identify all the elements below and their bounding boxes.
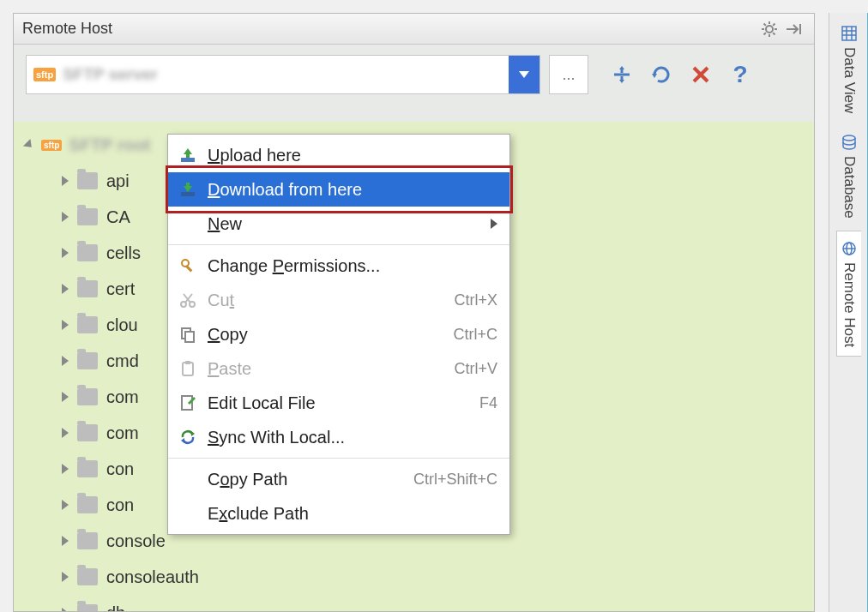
expand-arrow-icon[interactable]: [62, 536, 69, 546]
folder-label: com: [106, 423, 139, 443]
folder-icon: [77, 244, 98, 261]
folder-icon: [77, 460, 98, 477]
folder-icon: [77, 424, 98, 441]
folder-label: console: [106, 531, 166, 551]
menu-label: Edit Local File: [208, 393, 479, 413]
delete-icon[interactable]: [688, 62, 714, 87]
expand-arrow-icon[interactable]: [62, 356, 69, 366]
database-icon: [841, 134, 858, 151]
folder-icon: [77, 604, 98, 611]
menu-change-permissions[interactable]: Change Permissions...: [168, 249, 509, 283]
menu-shortcut: Ctrl+V: [454, 360, 497, 378]
server-selector[interactable]: sftp SFTP server: [26, 55, 540, 94]
tree-folder[interactable]: db: [14, 595, 814, 611]
expand-arrow-icon[interactable]: [62, 284, 69, 294]
toolbar: sftp SFTP server ... ?: [14, 45, 814, 103]
folder-label: cert: [106, 279, 135, 299]
split-icon[interactable]: [609, 62, 635, 87]
menu-download-from-here[interactable]: Download from here: [168, 172, 509, 207]
svg-rect-27: [185, 265, 192, 272]
svg-line-7: [764, 33, 766, 34]
folder-label: clou: [106, 315, 138, 335]
tree-root-label: SFTP root: [69, 135, 150, 155]
menu-label: Upload here: [208, 146, 497, 165]
expand-arrow-icon[interactable]: [23, 139, 35, 151]
svg-rect-33: [185, 332, 194, 342]
menu-label: Cut: [208, 291, 454, 310]
menu-copy[interactable]: Copy Ctrl+C: [168, 317, 509, 351]
svg-rect-22: [186, 153, 190, 158]
copy-icon: [177, 323, 199, 345]
expand-arrow-icon[interactable]: [62, 608, 69, 611]
svg-rect-23: [181, 192, 195, 196]
svg-point-45: [843, 135, 855, 141]
expand-arrow-icon[interactable]: [62, 500, 69, 510]
folder-icon: [77, 568, 98, 585]
menu-label: Sync With Local...: [208, 428, 497, 447]
svg-marker-11: [519, 71, 529, 78]
menu-label: Paste: [208, 359, 454, 379]
svg-rect-25: [186, 183, 190, 187]
folder-icon: [77, 208, 98, 225]
download-icon: [177, 178, 199, 201]
menu-new[interactable]: New: [168, 207, 509, 241]
expand-arrow-icon[interactable]: [62, 392, 69, 402]
expand-arrow-icon[interactable]: [62, 572, 69, 582]
sftp-badge-icon: sftp: [33, 68, 56, 81]
side-tab-label: Remote Host: [841, 262, 858, 347]
folder-label: api: [106, 171, 130, 191]
folder-icon: [77, 496, 98, 513]
expand-arrow-icon[interactable]: [62, 464, 69, 474]
menu-shortcut: F4: [479, 394, 497, 412]
menu-label: Copy: [208, 325, 453, 345]
menu-copy-path[interactable]: Copy Path Ctrl+Shift+C: [168, 462, 509, 496]
folder-label: db: [106, 603, 125, 612]
right-sidebar: Data View Database Remote Host: [829, 13, 868, 612]
expand-arrow-icon[interactable]: [62, 212, 69, 222]
expand-arrow-icon[interactable]: [62, 248, 69, 258]
side-tab-label: Data View: [841, 47, 858, 113]
expand-arrow-icon[interactable]: [62, 428, 69, 438]
folder-label: cells: [106, 243, 141, 263]
folder-label: con: [106, 495, 134, 515]
expand-arrow-icon[interactable]: [62, 320, 69, 330]
tab-remote-host[interactable]: Remote Host: [836, 231, 861, 357]
folder-icon: [77, 280, 98, 297]
paste-icon: [177, 357, 199, 380]
svg-marker-15: [619, 66, 624, 69]
svg-line-6: [773, 33, 775, 34]
folder-icon: [77, 316, 98, 333]
svg-marker-24: [184, 186, 192, 192]
folder-label: cmd: [106, 351, 139, 371]
server-dropdown-button[interactable]: [509, 56, 539, 93]
folder-label: consoleauth: [106, 567, 199, 587]
refresh-icon[interactable]: [648, 62, 674, 87]
data-view-icon: [841, 25, 858, 42]
browse-button[interactable]: ...: [549, 55, 588, 94]
menu-sync-with-local[interactable]: Sync With Local...: [168, 420, 509, 454]
tree-folder[interactable]: consoleauth: [14, 559, 814, 595]
menu-exclude-path[interactable]: Exclude Path: [168, 496, 509, 531]
folder-icon: [77, 352, 98, 369]
folder-icon: [77, 388, 98, 405]
menu-upload-here[interactable]: Upload here: [168, 138, 509, 172]
svg-marker-16: [619, 80, 624, 83]
expand-arrow-icon[interactable]: [62, 176, 69, 186]
tab-database[interactable]: Database: [837, 125, 861, 227]
help-icon[interactable]: ?: [727, 62, 753, 87]
collapse-icon[interactable]: [781, 17, 805, 41]
server-name: SFTP server: [63, 65, 509, 84]
folder-label: com: [106, 387, 139, 407]
gear-icon[interactable]: [757, 17, 781, 41]
svg-marker-21: [184, 148, 192, 154]
sftp-badge-icon: sftp: [41, 140, 62, 151]
tab-data-view[interactable]: Data View: [837, 16, 861, 122]
svg-line-8: [773, 23, 775, 25]
menu-label: Copy Path: [208, 470, 413, 489]
edit-file-icon: [177, 392, 199, 414]
menu-cut: Cut Ctrl+X: [168, 283, 509, 317]
panel-title: Remote Host: [22, 20, 757, 38]
blank-icon: [177, 213, 199, 235]
menu-edit-local-file[interactable]: Edit Local File F4: [168, 386, 509, 420]
svg-rect-40: [842, 27, 856, 40]
